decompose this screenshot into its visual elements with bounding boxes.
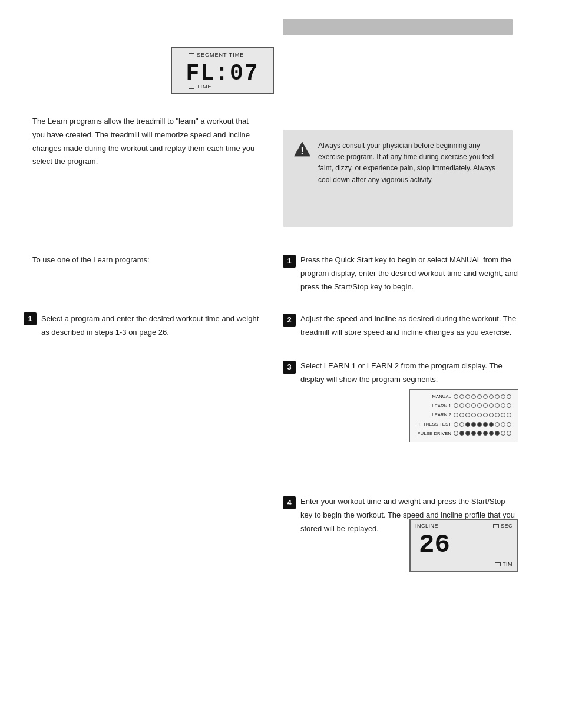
- step1-right-block: 1 Press the Quick Start key to begin or …: [283, 253, 518, 294]
- dot-4-5: [483, 431, 488, 436]
- step2-right-text: Adjust the speed and incline as desired …: [300, 312, 518, 340]
- dot-1-0: [454, 403, 458, 408]
- step2-right-block: 2 Adjust the speed and incline as desire…: [283, 312, 518, 340]
- program-selector: MANUALLEARN 1LEARN 2FITNESS TESTPULSE DR…: [409, 389, 518, 442]
- sec-area: SEC: [493, 523, 513, 529]
- dot-4-1: [459, 431, 464, 436]
- dot-3-5: [483, 422, 488, 427]
- dot-2-2: [465, 413, 470, 417]
- prog-dots-2: [454, 413, 511, 417]
- dot-4-8: [501, 431, 505, 436]
- dot-0-9: [507, 394, 511, 399]
- left-text-mid: To use one of the Learn programs:: [32, 253, 262, 267]
- incline-time-label: TIM: [503, 561, 513, 567]
- prog-dots-1: [454, 403, 511, 408]
- prog-row-4: PULSE DRIVEN: [415, 431, 513, 436]
- prog-row-0: MANUAL: [415, 394, 513, 399]
- prog-label-4: PULSE DRIVEN: [415, 431, 451, 436]
- dot-0-4: [477, 394, 482, 399]
- step1-right-text: Press the Quick Start key to begin or se…: [300, 253, 518, 294]
- dot-4-0: [454, 431, 458, 436]
- warning-text: Always consult your physician before beg…: [318, 140, 501, 186]
- sec-checkbox: [493, 524, 499, 528]
- prog-label-2: LEARN 2: [415, 412, 451, 417]
- learn-programs-intro: To use one of the Learn programs:: [32, 253, 262, 267]
- dot-0-7: [495, 394, 500, 399]
- svg-text:!: !: [300, 146, 304, 156]
- sec-label: SEC: [501, 523, 513, 529]
- prog-label-1: LEARN 1: [415, 403, 451, 409]
- prog-label-3: FITNESS TEST: [415, 421, 451, 427]
- prog-row-1: LEARN 1: [415, 403, 513, 409]
- segment-time-checkbox: [189, 53, 194, 57]
- prog-row-2: LEARN 2: [415, 412, 513, 417]
- dot-2-9: [507, 413, 511, 417]
- incline-label: INCLINE: [415, 523, 438, 529]
- dot-0-0: [454, 394, 458, 399]
- prog-dots-4: [454, 431, 511, 436]
- incline-main-value: 26: [419, 530, 517, 559]
- dot-0-8: [501, 394, 505, 399]
- step1-left-block: 1 Select a program and enter the desired…: [24, 312, 259, 340]
- dot-0-6: [489, 394, 494, 399]
- dot-1-7: [495, 403, 500, 408]
- dot-3-0: [454, 422, 458, 427]
- dot-3-4: [477, 422, 482, 427]
- dot-1-8: [501, 403, 505, 408]
- dot-2-0: [454, 413, 458, 417]
- incline-display: INCLINE SEC 26 TIM: [409, 519, 518, 572]
- dot-1-2: [465, 403, 470, 408]
- step2-right-number: 2: [283, 314, 296, 327]
- prog-row-3: FITNESS TEST: [415, 421, 513, 427]
- dot-0-5: [483, 394, 488, 399]
- dot-4-6: [489, 431, 494, 436]
- dot-2-4: [477, 413, 482, 417]
- dot-2-8: [501, 413, 505, 417]
- dot-2-3: [471, 413, 476, 417]
- dot-3-2: [465, 422, 470, 427]
- dot-2-5: [483, 413, 488, 417]
- time-checkbox: [189, 85, 194, 89]
- dot-0-3: [471, 394, 476, 399]
- dot-3-7: [495, 422, 500, 427]
- left-text-top: The Learn programs allow the treadmill t…: [32, 115, 262, 169]
- step1-right-number: 1: [283, 255, 296, 268]
- step4-right-number: 4: [283, 496, 296, 509]
- learn-programs-description: The Learn programs allow the treadmill t…: [32, 115, 262, 169]
- dot-2-7: [495, 413, 500, 417]
- prog-label-0: MANUAL: [415, 394, 451, 399]
- dot-2-6: [489, 413, 494, 417]
- dot-0-1: [459, 394, 464, 399]
- display-main-value: FL:07: [186, 61, 259, 86]
- dot-1-6: [489, 403, 494, 408]
- dot-4-4: [477, 431, 482, 436]
- dot-3-8: [501, 422, 505, 427]
- dot-4-3: [471, 431, 476, 436]
- dot-3-9: [507, 422, 511, 427]
- fl07-display: SEGMENT TIME FL:07 TIME: [171, 47, 274, 94]
- incline-time-area: TIM: [495, 561, 513, 567]
- dot-1-9: [507, 403, 511, 408]
- dot-3-3: [471, 422, 476, 427]
- time-label: TIME: [189, 84, 212, 90]
- step3-right-number: 3: [283, 361, 296, 374]
- dot-4-7: [495, 431, 500, 436]
- dot-1-5: [483, 403, 488, 408]
- dot-2-1: [459, 413, 464, 417]
- dot-1-3: [471, 403, 476, 408]
- step1-left-text: Select a program and enter the desired w…: [41, 312, 259, 340]
- step1-left-number: 1: [24, 312, 37, 325]
- dot-0-2: [465, 394, 470, 399]
- dot-3-1: [459, 422, 464, 427]
- dot-3-6: [489, 422, 494, 427]
- step3-right-text: Select LEARN 1 or LEARN 2 from the progr…: [300, 360, 518, 387]
- segment-time-label: SEGMENT TIME: [189, 52, 244, 58]
- dot-4-9: [507, 431, 511, 436]
- step3-right-block: 3 Select LEARN 1 or LEARN 2 from the pro…: [283, 360, 518, 387]
- dot-1-4: [477, 403, 482, 408]
- prog-dots-0: [454, 394, 511, 399]
- time-checkbox-2: [495, 562, 501, 566]
- dot-1-1: [459, 403, 464, 408]
- header-bar: [283, 19, 513, 35]
- prog-dots-3: [454, 422, 511, 427]
